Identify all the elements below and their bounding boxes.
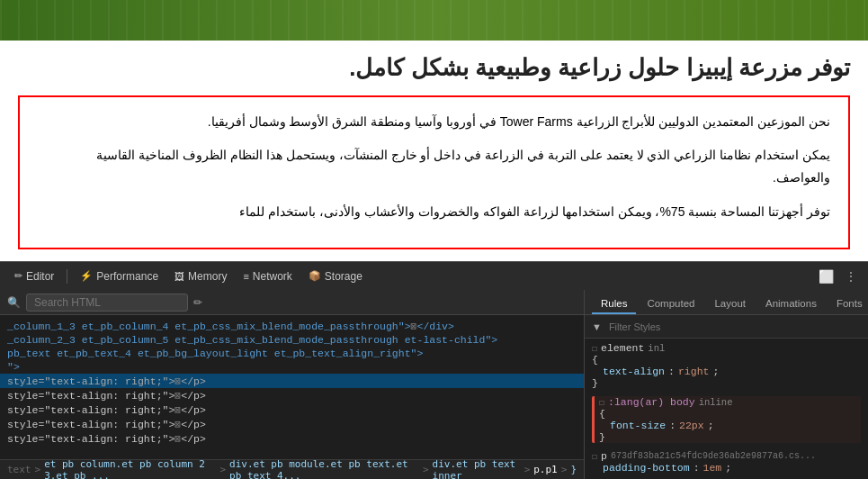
style-rule-element: ☐ element inl { text-align: right; } — [592, 342, 861, 389]
html-line-selected[interactable]: style="text-align: right;">⊠</p> — [0, 374, 584, 388]
network-icon: ≡ — [243, 271, 248, 282]
breadcrumb-sep-2: > — [219, 464, 226, 475]
html-line[interactable]: pb_text et_pb_text_4 et_pb_bg_layout_lig… — [0, 347, 584, 360]
breadcrumb: text > et pb column.et pb column 2 3.et … — [0, 459, 584, 479]
rule-selector-element[interactable]: ☐ element inl — [592, 342, 861, 354]
rule-open-brace-2: { — [599, 408, 861, 420]
toolbar-editor[interactable]: ✏ Editor — [7, 267, 61, 285]
styles-toolbar: ▼ — [585, 315, 868, 339]
rule-selector-lang-ar[interactable]: ☐ :lang(ar) body inline — [599, 396, 861, 408]
tab-animations[interactable]: Animations — [756, 294, 826, 314]
devtools-panel: ✏ Editor ⚡ Performance 🖼 Memory ≡ Networ… — [0, 261, 868, 479]
rule-checkbox-lang-ar[interactable]: ☐ — [599, 397, 604, 408]
rule-prop-font-size: font-size: 22px; — [610, 420, 861, 431]
html-line[interactable]: _column_2_3 et_pb_column_5 et_pb_css_mix… — [0, 333, 584, 347]
toolbar-right-actions: ⬜ ⋮ — [815, 267, 861, 285]
styles-content: ☐ element inl { text-align: right; } — [585, 339, 868, 479]
styles-panel: Rules Computed Layout Animations Fonts +… — [585, 290, 868, 479]
toolbar-memory[interactable]: 🖼 Memory — [167, 267, 234, 285]
html-search-input[interactable] — [26, 294, 188, 312]
website-para-3: توفر أجهزتنا المساحة بنسبة 75%، ويمكن اس… — [38, 201, 830, 223]
breadcrumb-item-3[interactable]: div.et pb text inner — [433, 459, 521, 479]
toolbar-storage[interactable]: 📦 Storage — [301, 267, 370, 285]
rule-selector-p[interactable]: ☐ p 673df83ba21c54fdc9de36ab2e9877a6.cs.… — [592, 450, 861, 462]
tab-fonts[interactable]: Fonts — [828, 294, 868, 314]
html-search-icon[interactable]: 🔍 — [7, 296, 21, 309]
toolbar-network[interactable]: ≡ Network — [236, 267, 299, 285]
breadcrumb-item-4[interactable]: p.p1 — [533, 464, 558, 475]
tab-computed[interactable]: Computed — [638, 294, 703, 314]
breadcrumb-sep-1: > — [35, 464, 41, 475]
rule-prop-text-align: text-align: right; — [603, 366, 861, 377]
styles-filter-input[interactable] — [609, 321, 861, 332]
html-line[interactable]: style="text-align: right;">⊠</p> — [0, 417, 584, 431]
rule-prop-padding-bottom: padding-bottom: 1em; — [603, 462, 861, 474]
dock-button[interactable]: ⬜ — [815, 267, 837, 285]
html-line[interactable]: "> — [0, 360, 584, 374]
html-line[interactable]: style="text-align: right;">⊠</p> — [0, 402, 584, 417]
html-line[interactable]: style="text-align: right;">⊠</p> — [0, 388, 584, 402]
memory-icon: 🖼 — [174, 271, 184, 282]
editor-icon: ✏ — [14, 270, 22, 282]
rule-body-element: text-align: right; — [592, 366, 861, 377]
breadcrumb-sep-3: > — [423, 464, 429, 475]
html-line[interactable]: _column_1_3 et_pb_column_4 et_pb_css_mix… — [0, 319, 584, 333]
storage-icon: 📦 — [309, 270, 321, 282]
rule-close-brace-1: } — [592, 377, 861, 389]
html-edit-icon[interactable]: ✏ — [193, 296, 202, 309]
website-box: نحن الموزعين المعتمدين الدوليين للأبراج … — [18, 95, 850, 249]
breadcrumb-item-1[interactable]: et pb column.et pb column 2 3.et pb ... — [44, 459, 216, 479]
website-content: توفر مزرعة إيبيزا حلول زراعية وطبيعية بش… — [0, 41, 868, 261]
filter-icon: ▼ — [592, 321, 602, 332]
performance-icon: ⚡ — [80, 270, 93, 282]
html-line[interactable]: style="text-align: right;">⊠</p> — [0, 431, 584, 446]
breadcrumb-sep-4: > — [524, 464, 531, 475]
devtools-main: 🔍 ✏ _column_1_3 et_pb_column_4 et_pb_css… — [0, 290, 868, 479]
breadcrumb-item-5[interactable]: } — [570, 464, 577, 475]
tab-layout[interactable]: Layout — [705, 294, 755, 314]
html-search-bar: 🔍 ✏ — [0, 290, 584, 315]
breadcrumb-item-2[interactable]: div.et pb module.et pb text.et pb text 4… — [229, 459, 419, 479]
rule-body-lang-ar: font-size: 22px; — [599, 420, 861, 431]
rule-checkbox-element[interactable]: ☐ — [592, 343, 597, 354]
website-title: توفر مزرعة إيبيزا حلول زراعية وطبيعية بش… — [18, 54, 850, 82]
devtools-toolbar: ✏ Editor ⚡ Performance 🖼 Memory ≡ Networ… — [0, 261, 868, 290]
rule-body-p: padding-bottom: 1em; — [592, 462, 861, 474]
breadcrumb-text-label: text — [7, 464, 31, 475]
html-content: _column_1_3 et_pb_column_4 et_pb_css_mix… — [0, 315, 584, 459]
styles-tabs: Rules Computed Layout Animations Fonts +… — [585, 290, 868, 315]
website-para-2: يمكن استخدام نظامنا الزراعي الذي لا يعتم… — [38, 144, 830, 189]
website-banner — [0, 0, 868, 41]
html-panel: 🔍 ✏ _column_1_3 et_pb_column_4 et_pb_css… — [0, 290, 585, 479]
breadcrumb-sep-5: > — [561, 464, 568, 475]
toolbar-separator-1 — [67, 269, 67, 284]
more-options-button[interactable]: ⋮ — [841, 267, 861, 285]
toolbar-performance[interactable]: ⚡ Performance — [73, 267, 166, 285]
style-rule-p: ☐ p 673df83ba21c54fdc9de36ab2e9877a6.cs.… — [592, 450, 861, 474]
tab-rules[interactable]: Rules — [592, 294, 636, 314]
rule-close-brace-2: } — [599, 431, 861, 443]
rule-open-brace-1: { — [592, 354, 861, 366]
website-preview: توفر مزرعة إيبيزا حلول زراعية وطبيعية بش… — [0, 0, 868, 261]
website-para-1: نحن الموزعين المعتمدين الدوليين للأبراج … — [38, 111, 830, 133]
rule-checkbox-p[interactable]: ☐ — [592, 451, 597, 462]
style-rule-lang-ar: ☐ :lang(ar) body inline { font-size: 22p… — [592, 396, 861, 443]
